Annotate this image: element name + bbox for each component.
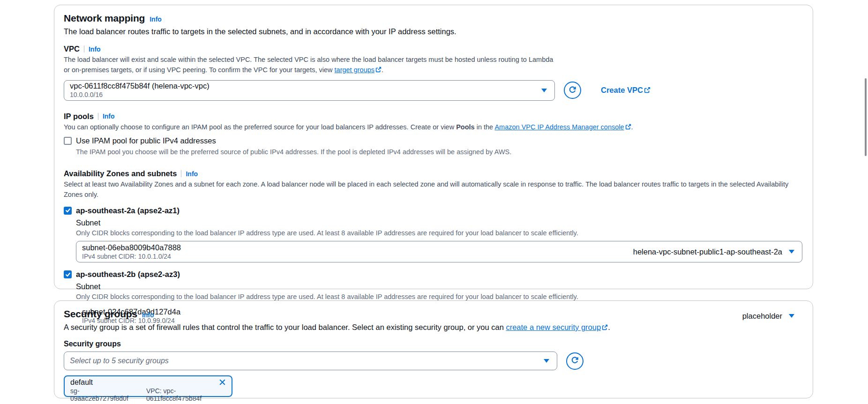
network-mapping-info-link[interactable]: Info [150,15,162,23]
az-label: Availability Zones and subnets [64,169,177,178]
create-vpc-link[interactable]: Create VPC [601,86,651,95]
az-2b-checkbox[interactable] [64,270,72,278]
az-2b-checkbox-label: ap-southeast-2b (apse2-az3) [76,270,180,279]
label-divider [181,170,181,177]
az-info-link[interactable]: Info [186,170,198,178]
refresh-icon [569,86,576,95]
network-mapping-title: Network mapping [64,13,145,24]
chevron-down-icon [544,359,549,363]
vpc-description: The load balancer will exist and scale w… [64,55,554,76]
subnet-description: Only CIDR blocks corresponding to the lo… [76,228,801,239]
subnet-cidr: IPv4 subnet CIDR: 10.0.1.0/24 [82,253,181,261]
create-security-group-link[interactable]: create a new security group [506,323,601,331]
page: Network mapping Info The load balancer r… [0,5,868,404]
create-vpc-label: Create VPC [601,86,643,94]
subnet-label: Subnet [76,218,801,227]
chevron-down-icon [789,250,794,254]
external-link-icon [375,66,382,76]
refresh-icon [571,356,579,366]
period: . [608,323,610,331]
close-icon [219,380,226,387]
security-groups-field-label: Security groups [64,340,121,348]
security-group-id: sg-09aac2eb7279f8d0f [70,387,134,402]
network-mapping-card: Network mapping Info The load balancer r… [54,5,813,289]
security-groups-select[interactable]: Select up to 5 security groups [64,352,557,370]
security-groups-refresh-button[interactable] [566,352,584,370]
pools-bold-text: Pools [456,123,474,131]
ip-pools-section: IP pools Info You can optionally choose … [64,112,801,158]
vertical-scrollbar-thumb[interactable] [865,78,867,156]
label-divider [84,45,84,52]
vpc-desc-text: The load balancer will exist and scale w… [64,56,553,74]
vpc-section: VPC Info The load balancer will exist an… [64,45,801,101]
az-zone-row: ap-southeast-2a (apse2-az1) Subnet Only … [64,206,801,263]
ip-pools-info-link[interactable]: Info [103,112,115,120]
dismiss-token-button[interactable] [218,378,227,387]
subnet-name: helena-vpc-subnet-public1-ap-southeast-2… [633,247,782,257]
label-divider [98,113,98,120]
security-group-token: default sg-09aac2eb7279f8d0f VPC: vpc-06… [64,375,232,397]
security-group-vpc: VPC: vpc-0611f8cc8f475b84f [146,387,227,402]
subnet-label: Subnet [76,282,801,291]
security-groups-placeholder: Select up to 5 security groups [70,357,169,365]
az-description: Select at least two Availability Zones a… [64,180,801,200]
vpc-select-value: vpc-0611f8cc8f475b84f (helena-vpc-vpc) [70,81,210,91]
az-2a-checkbox[interactable] [64,207,72,215]
az-2a-checkbox-label: ap-southeast-2a (apse2-az1) [76,206,180,215]
ipam-pool-checkbox-label: Use IPAM pool for public IPv4 addresses [76,136,216,145]
vpc-info-link[interactable]: Info [89,45,101,53]
ip-pools-label: IP pools [64,112,94,121]
security-group-token-title: default [70,378,93,387]
vpc-select-cidr: 10.0.0.0/16 [70,91,210,99]
period: . [382,66,383,74]
security-groups-title: Security groups [64,308,137,320]
security-groups-description: A security group is a set of firewall ru… [64,323,801,332]
security-groups-info-link[interactable]: Info [142,311,154,319]
period: . [631,123,633,131]
vpc-select[interactable]: vpc-0611f8cc8f475b84f (helena-vpc-vpc) 1… [64,80,555,101]
ip-pools-desc-text: You can optionally choose to configure a… [64,123,456,131]
vpc-refresh-button[interactable] [564,82,581,99]
ipam-console-link[interactable]: Amazon VPC IP Address Manager console [494,123,624,131]
external-link-icon [602,323,608,332]
ipam-pool-checkbox[interactable] [64,137,72,145]
network-mapping-description: The load balancer routes traffic to targ… [64,27,801,36]
chevron-down-icon [541,89,547,92]
target-groups-link[interactable]: target groups [335,66,374,74]
external-link-icon [625,123,631,133]
vpc-label: VPC [64,45,80,53]
ip-pools-description: You can optionally choose to configure a… [64,122,801,133]
ip-pools-desc-mid: in the [475,123,495,131]
ipam-pool-checkbox-description: The IPAM pool you choose will be the pre… [76,147,801,157]
external-link-icon [644,86,651,95]
chevron-down-icon [789,314,794,318]
subnet-name: placeholder [742,311,782,321]
sg-desc-text: A security group is a set of firewall ru… [64,323,506,331]
subnet-id: subnet-06eba8009b40a7888 [82,243,181,253]
subnet-select-2a[interactable]: subnet-06eba8009b40a7888 IPv4 subnet CID… [76,241,802,262]
